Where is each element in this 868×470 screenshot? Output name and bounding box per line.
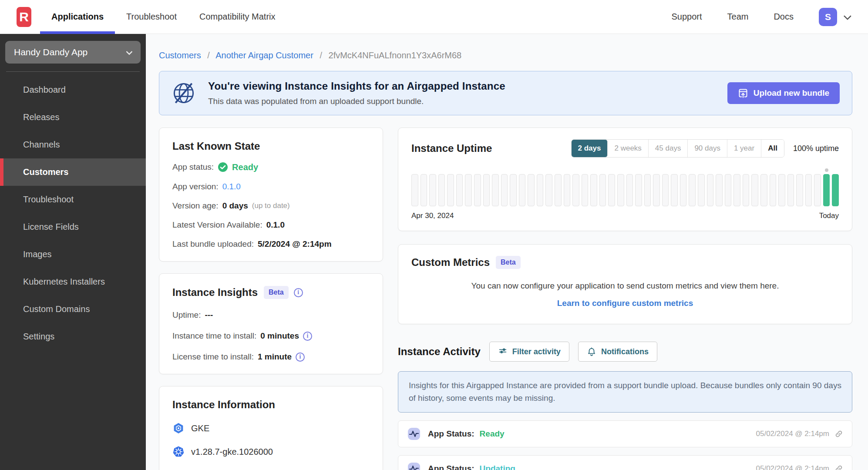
uptime-bar-no-data[interactable]: [456, 174, 463, 206]
uptime-bar-no-data[interactable]: [671, 174, 678, 206]
sidebar-item-channels[interactable]: Channels: [0, 131, 146, 158]
activity-row: App Status: Ready 05/02/2024 @ 2:14pm: [398, 420, 852, 447]
info-icon[interactable]: i: [294, 288, 303, 297]
sidebar-item-kubernetes-installers[interactable]: Kubernetes Installers: [0, 268, 146, 295]
info-icon[interactable]: i: [296, 352, 305, 362]
uptime-bar-no-data[interactable]: [429, 174, 436, 206]
filter-activity-label: Filter activity: [512, 347, 561, 356]
uptime-bar-no-data[interactable]: [599, 174, 606, 206]
range-button-2-days[interactable]: 2 days: [572, 140, 608, 157]
user-menu-chevron-down-icon[interactable]: [844, 12, 851, 20]
configure-custom-metrics-link[interactable]: Learn to configure custom metrics: [557, 299, 693, 308]
banner-title: You're viewing Instance Insights for an …: [208, 80, 505, 92]
bell-icon: [587, 347, 596, 356]
uptime-bar-no-data[interactable]: [698, 174, 705, 206]
version-age-label: Version age:: [172, 201, 219, 211]
uptime-bar-no-data[interactable]: [778, 174, 785, 206]
uptime-bar-no-data[interactable]: [787, 174, 794, 206]
range-button-1-year[interactable]: 1 year: [727, 140, 761, 157]
nav-tab-compatibility-matrix[interactable]: Compatibility Matrix: [188, 0, 286, 34]
uptime-bar-no-data[interactable]: [492, 174, 499, 206]
banner-text: You're viewing Instance Insights for an …: [208, 80, 505, 106]
uptime-bar-no-data[interactable]: [483, 174, 490, 206]
header-link-team[interactable]: Team: [727, 12, 749, 22]
header-link-docs[interactable]: Docs: [774, 12, 794, 22]
uptime-bar-no-data[interactable]: [465, 174, 472, 206]
uptime-bar-no-data[interactable]: [814, 174, 821, 206]
sidebar-item-troubleshoot[interactable]: Troubleshoot: [0, 186, 146, 213]
uptime-bar-no-data[interactable]: [680, 174, 687, 206]
uptime-bar-no-data[interactable]: [626, 174, 633, 206]
uptime-bar-no-data[interactable]: [519, 174, 526, 206]
uptime-bar-no-data[interactable]: [653, 174, 660, 206]
instance-install-value: 0 minutes: [260, 331, 299, 341]
uptime-bar-no-data[interactable]: [545, 174, 552, 206]
sidebar-item-custom-domains[interactable]: Custom Domains: [0, 295, 146, 323]
uptime-bar-no-data[interactable]: [617, 174, 624, 206]
range-button-90-days[interactable]: 90 days: [688, 140, 727, 157]
uptime-bar-no-data[interactable]: [751, 174, 758, 206]
breadcrumb-customer-link[interactable]: Another Airgap Customer: [215, 50, 313, 60]
uptime-bar-no-data[interactable]: [644, 174, 651, 206]
range-button-2-weeks[interactable]: 2 weeks: [608, 140, 648, 157]
activity-event-label: App Status:: [428, 464, 474, 470]
uptime-bar-no-data[interactable]: [582, 174, 589, 206]
sidebar-item-license-fields[interactable]: License Fields: [0, 213, 146, 241]
uptime-bar-no-data[interactable]: [716, 174, 723, 206]
replicated-logo[interactable]: R: [17, 7, 31, 27]
uptime-bar-no-data[interactable]: [510, 174, 517, 206]
app-selector-dropdown[interactable]: Handy Dandy App: [5, 41, 141, 64]
uptime-bar-no-data[interactable]: [537, 174, 544, 206]
uptime-bar-no-data[interactable]: [590, 174, 597, 206]
breadcrumb-customers-link[interactable]: Customers: [159, 50, 201, 60]
sidebar-item-releases[interactable]: Releases: [0, 104, 146, 131]
uptime-bar-no-data[interactable]: [770, 174, 777, 206]
info-icon[interactable]: i: [303, 332, 312, 341]
uptime-bar-no-data[interactable]: [447, 174, 454, 206]
uptime-bar-no-data[interactable]: [555, 174, 562, 206]
uptime-bar-no-data[interactable]: [689, 174, 696, 206]
range-button-45-days[interactable]: 45 days: [649, 140, 688, 157]
uptime-bar-no-data[interactable]: [635, 174, 642, 206]
sidebar-divider: [6, 71, 140, 72]
upload-new-bundle-button[interactable]: Upload new bundle: [727, 82, 840, 104]
instance-uptime-title: Instance Uptime: [411, 142, 492, 154]
sidebar-item-settings[interactable]: Settings: [0, 323, 146, 350]
header-link-support[interactable]: Support: [671, 12, 702, 22]
uptime-bar-no-data[interactable]: [733, 174, 740, 206]
notifications-button[interactable]: Notifications: [578, 342, 657, 362]
uptime-bar-no-data[interactable]: [438, 174, 445, 206]
sidebar-item-dashboard[interactable]: Dashboard: [0, 76, 146, 104]
latest-version-label: Latest Version Available:: [172, 220, 262, 230]
sidebar-item-customers[interactable]: Customers: [0, 158, 146, 186]
uptime-bar-no-data[interactable]: [743, 174, 750, 206]
uptime-bar-up[interactable]: [823, 174, 830, 206]
uptime-bar-no-data[interactable]: [572, 174, 579, 206]
uptime-bar-up[interactable]: [832, 174, 839, 206]
uptime-bar-no-data[interactable]: [421, 174, 427, 206]
filter-activity-button[interactable]: Filter activity: [489, 342, 569, 362]
uptime-range-group: 2 days 2 weeks 45 days 90 days 1 year Al…: [571, 139, 784, 158]
uptime-bar-no-data[interactable]: [528, 174, 535, 206]
app-version-link[interactable]: 0.1.0: [222, 182, 241, 191]
uptime-bar-no-data[interactable]: [474, 174, 481, 206]
uptime-bar-no-data[interactable]: [411, 174, 418, 206]
uptime-bar-no-data[interactable]: [760, 174, 767, 206]
uptime-bar-no-data[interactable]: [501, 174, 508, 206]
user-avatar[interactable]: S: [819, 8, 837, 26]
nav-tab-applications[interactable]: Applications: [40, 0, 115, 34]
insights-uptime-label: Uptime:: [172, 310, 201, 320]
uptime-bar-no-data[interactable]: [662, 174, 669, 206]
permalink-icon[interactable]: [834, 464, 843, 470]
sidebar-item-images[interactable]: Images: [0, 241, 146, 268]
uptime-bar-no-data[interactable]: [564, 174, 571, 206]
uptime-bar-no-data[interactable]: [805, 174, 812, 206]
gke-icon: [172, 422, 185, 434]
nav-tab-troubleshoot[interactable]: Troubleshoot: [115, 0, 188, 34]
uptime-bar-no-data[interactable]: [608, 174, 615, 206]
uptime-bar-no-data[interactable]: [725, 174, 732, 206]
range-button-all[interactable]: All: [761, 140, 784, 157]
uptime-bar-no-data[interactable]: [707, 174, 714, 206]
permalink-icon[interactable]: [834, 430, 843, 438]
uptime-bar-no-data[interactable]: [796, 174, 803, 206]
